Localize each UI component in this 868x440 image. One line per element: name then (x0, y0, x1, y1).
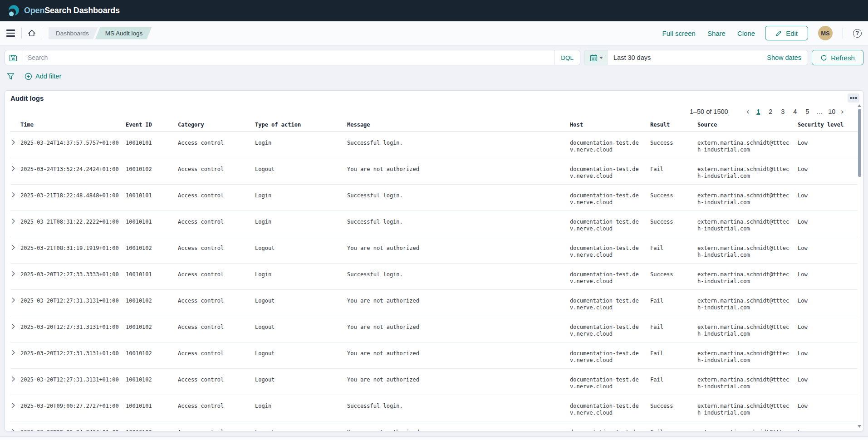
cell-host: documentation-test.dev.nerve.cloud (570, 298, 639, 311)
expand-row-button[interactable] (10, 218, 16, 225)
cell-category: Access control (178, 429, 255, 431)
scroll-up-icon[interactable] (858, 104, 861, 107)
cell-message: You are not authorized (347, 429, 570, 431)
table-row: 2025-03-21T18:22:48.4848+01:00 10010101 … (10, 185, 858, 211)
search-input[interactable] (22, 50, 554, 65)
cell-message: Successful login. (347, 219, 570, 237)
expand-row-button[interactable] (10, 271, 16, 278)
cell-host: documentation-test.dev.nerve.cloud (570, 429, 639, 431)
add-filter-button[interactable]: Add filter (25, 73, 61, 80)
pagination-page-5[interactable]: 5 (801, 107, 814, 116)
table-row: 2025-03-20T12:27:31.3131+01:00 10010102 … (10, 342, 858, 369)
cell-time: 2025-03-20T12:27:31.3131+01:00 (20, 376, 126, 395)
nav-bar: DashboardsMS Audit logs Full screenShare… (0, 21, 868, 45)
expand-row-button[interactable] (10, 376, 16, 383)
date-picker: Last 30 days Show dates (584, 50, 808, 65)
cell-source: extern.martina.schmidt@tttech-industrial… (697, 376, 790, 390)
plus-circle-icon (25, 73, 32, 80)
panel-title: Audit logs (10, 94, 44, 102)
expand-row-button[interactable] (10, 297, 16, 304)
pagination-page-3[interactable]: 3 (777, 107, 789, 116)
expand-row-button[interactable] (10, 244, 16, 252)
cell-source: extern.martina.schmidt@tttech-industrial… (697, 298, 790, 311)
cell-category: Access control (178, 192, 255, 210)
home-icon[interactable] (27, 29, 36, 38)
cell-security-level: Low (798, 140, 858, 158)
pagination-range-label: 1–50 of 1500 (690, 108, 728, 115)
cell-category: Access control (178, 271, 255, 289)
chevron-right-icon (10, 244, 16, 250)
edit-button[interactable]: Edit (765, 26, 808, 40)
filter-funnel-icon (7, 73, 15, 80)
expand-row-button[interactable] (10, 192, 16, 199)
pagination-pages: 12345…10 (752, 107, 838, 116)
cell-security-level: Low (798, 271, 858, 289)
menu-icon[interactable] (5, 29, 16, 38)
opensearch-brand[interactable]: OpenSearch Dashboards (7, 5, 120, 17)
expand-row-button[interactable] (10, 139, 16, 147)
nav-link-share[interactable]: Share (707, 29, 726, 37)
pagination-page-4[interactable]: 4 (789, 107, 801, 116)
cell-type-of-action: Logout (255, 166, 347, 184)
cell-result: Success (650, 140, 697, 158)
cell-event-id: 10010101 (126, 403, 178, 421)
cell-time: 2025-03-21T08:31:22.2222+01:00 (20, 219, 126, 237)
cell-time: 2025-03-20T09:00:27.2727+01:00 (20, 403, 126, 421)
nav-link-clone[interactable]: Clone (737, 29, 755, 37)
nav-link-full-screen[interactable]: Full screen (662, 29, 696, 37)
search-box: DQL (5, 50, 580, 65)
expand-row-button[interactable] (10, 323, 16, 331)
divider (21, 28, 22, 39)
expand-row-button[interactable] (10, 350, 16, 357)
pagination-page-1[interactable]: 1 (752, 107, 765, 116)
cell-host: documentation-test.dev.nerve.cloud (570, 376, 639, 390)
table-row: 2025-03-20T09:00:24.2424+01:00 10010102 … (10, 421, 858, 431)
pagination-prev-button[interactable]: ‹ (744, 108, 752, 116)
column-header: Category (178, 122, 255, 128)
panel-menu-icon[interactable] (848, 93, 859, 103)
table-row: 2025-03-21T08:31:22.2222+01:00 10010101 … (10, 211, 858, 237)
cell-type-of-action: Logout (255, 350, 347, 368)
cell-security-level: Low (798, 245, 858, 263)
save-query-button[interactable] (5, 50, 22, 65)
cell-host: documentation-test.dev.nerve.cloud (570, 219, 639, 232)
cell-result: Success (650, 192, 697, 210)
expand-row-button[interactable] (10, 166, 16, 173)
avatar[interactable]: MS (818, 26, 833, 40)
breadcrumb-item-0[interactable]: Dashboards (49, 27, 98, 39)
help-icon[interactable]: ? (853, 29, 862, 38)
nav-links: Full screenShareClone (662, 29, 755, 37)
pagination: 1–50 of 1500 ‹ 12345…10 › (10, 106, 858, 117)
table-row: 2025-03-20T12:27:31.3131+01:00 10010102 … (10, 316, 858, 342)
cell-type-of-action: Logout (255, 298, 347, 316)
cell-result: Fail (650, 324, 697, 342)
breadcrumb-item-1[interactable]: MS Audit logs (95, 27, 152, 39)
pagination-next-button[interactable]: › (838, 108, 847, 116)
cell-event-id: 10010102 (126, 324, 178, 342)
calendar-button[interactable] (584, 50, 608, 65)
column-header: Host (570, 122, 650, 128)
cell-host: documentation-test.dev.nerve.cloud (570, 324, 639, 337)
refresh-button[interactable]: Refresh (812, 50, 863, 65)
chevron-right-icon (10, 192, 16, 198)
cell-category: Access control (178, 140, 255, 158)
show-dates-button[interactable]: Show dates (767, 54, 801, 61)
cell-host: documentation-test.dev.nerve.cloud (570, 271, 639, 285)
pagination-page-10[interactable]: 10 (826, 107, 838, 116)
scrollbar-thumb[interactable] (858, 109, 861, 177)
expand-row-button[interactable] (10, 402, 16, 410)
cell-result: Fail (650, 245, 697, 263)
column-header: Event ID (126, 122, 178, 128)
cell-event-id: 10010101 (126, 140, 178, 158)
query-language-button[interactable]: DQL (554, 50, 580, 65)
cell-time: 2025-03-20T09:00:24.2424+01:00 (20, 429, 126, 431)
cell-event-id: 10010102 (126, 350, 178, 368)
cell-category: Access control (178, 219, 255, 237)
cell-event-id: 10010102 (126, 245, 178, 263)
cell-event-id: 10010102 (126, 298, 178, 316)
pagination-page-2[interactable]: 2 (765, 107, 777, 116)
scroll-down-icon[interactable] (858, 425, 861, 428)
expand-row-button[interactable] (10, 429, 16, 431)
chevron-right-icon (10, 323, 16, 329)
chevron-right-icon (10, 376, 16, 382)
